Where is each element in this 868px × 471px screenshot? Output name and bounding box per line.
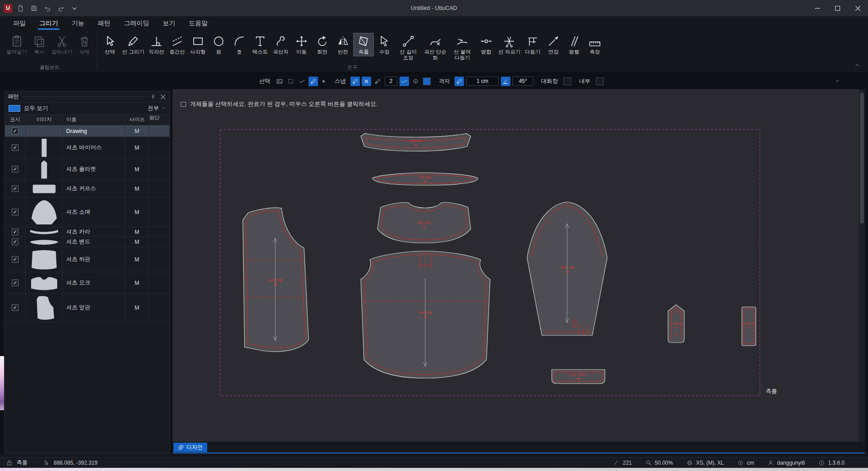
delete-button[interactable]: 삭제: [74, 33, 95, 56]
drawing-canvas[interactable]: 셔츠 카라 M 셔츠 밴드 M 셔츠 요크 M: [173, 89, 865, 453]
collapse-options-button[interactable]: [835, 78, 840, 85]
tool-rotate[interactable]: 회전: [312, 33, 332, 56]
visibility-checkbox[interactable]: ✓: [12, 229, 18, 235]
pin-panel-button[interactable]: [150, 93, 157, 101]
tool-move[interactable]: 이동: [291, 33, 312, 56]
tool-circle[interactable]: 원: [208, 33, 229, 56]
pattern-piece-yoke[interactable]: 셔츠 요크 M: [377, 202, 471, 243]
save-button[interactable]: [28, 3, 39, 14]
menu-draw[interactable]: 그리기: [32, 16, 65, 31]
snap-curve-button[interactable]: [400, 77, 409, 86]
tool-modify[interactable]: 수정: [374, 33, 395, 56]
new-file-button[interactable]: [15, 3, 26, 14]
menu-view[interactable]: 보기: [156, 16, 182, 31]
visibility-checkbox[interactable]: ✓: [12, 185, 18, 192]
tool-mirror[interactable]: 반전: [332, 33, 353, 56]
pattern-piece-front[interactable]: 셔츠 앞판 M: [243, 207, 309, 352]
pattern-row-band[interactable]: ✓ 셔츠 밴드 M: [5, 237, 169, 247]
tool-attach-trim[interactable]: 선 붙여 다듬기: [449, 33, 476, 62]
pattern-piece-bias[interactable]: 셔츠 바이어스 M: [741, 307, 757, 346]
snap-tolerance-input[interactable]: 2: [385, 77, 397, 86]
pattern-piece-sleeve[interactable]: 셔츠 소매 M: [527, 202, 607, 335]
zoom-indicator[interactable]: 50.00%: [645, 460, 673, 466]
tool-cut-line[interactable]: 선 자르기: [496, 33, 522, 56]
cut-button[interactable]: 잘라내기: [50, 33, 74, 56]
pattern-row-collar[interactable]: ✓ 셔츠 카라 M: [5, 227, 169, 237]
grid-pen-button[interactable]: [454, 77, 464, 86]
tool-french-curve[interactable]: 곡선자: [270, 33, 291, 56]
tool-line-length[interactable]: 선 길이 조정: [395, 33, 422, 62]
vertical-scrollbar[interactable]: [859, 89, 865, 442]
minimize-button[interactable]: [807, 0, 827, 16]
visibility-checkbox[interactable]: ✓: [12, 304, 18, 311]
grid-angle-input[interactable]: 45°: [513, 77, 533, 86]
menu-grading[interactable]: 그레이딩: [117, 16, 156, 31]
snap-extension-button[interactable]: [373, 77, 382, 86]
collapse-ribbon-button[interactable]: [854, 62, 860, 70]
pattern-piece-placket[interactable]: 셔츠 플라켓 M: [668, 305, 684, 343]
copy-button[interactable]: 복사: [29, 33, 50, 56]
undo-button[interactable]: [42, 3, 53, 14]
snap-intersection-button[interactable]: [362, 77, 371, 86]
grid-angle-button[interactable]: [501, 77, 510, 86]
tool-measure-region[interactable]: 측률: [353, 33, 374, 56]
visibility-checkbox[interactable]: ✓: [12, 238, 18, 245]
user-indicator[interactable]: danggunyi6: [768, 460, 805, 466]
tool-measure[interactable]: 측정: [584, 33, 605, 56]
marquee-select-button[interactable]: [286, 77, 295, 86]
tool-draw-line[interactable]: 선 그리기: [120, 33, 146, 56]
dialog-color-swatch[interactable]: [564, 78, 571, 85]
pattern-piece-band[interactable]: 셔츠 밴드 M: [373, 173, 478, 185]
sizes-indicator[interactable]: XS, (M), XL: [686, 460, 724, 466]
grid-size-input[interactable]: 1 cm: [466, 77, 499, 86]
menu-function[interactable]: 기능: [65, 16, 91, 31]
visibility-checkbox[interactable]: ✓: [12, 209, 18, 215]
paste-button[interactable]: 붙여넣기: [5, 33, 29, 56]
tool-arc[interactable]: 호: [229, 33, 250, 56]
tool-middle-line[interactable]: 중간선: [167, 33, 187, 56]
inner-color-swatch[interactable]: [596, 78, 604, 85]
tab-design[interactable]: 디자인: [173, 443, 207, 452]
pattern-piece-cuff[interactable]: 셔츠 커프스 M: [552, 370, 605, 384]
menu-help[interactable]: 도움말: [182, 16, 214, 31]
pattern-row-front[interactable]: ✓ 셔츠 앞판 M: [5, 294, 169, 322]
snap-point-button[interactable]: [411, 77, 420, 86]
snap-color-swatch[interactable]: [423, 78, 431, 85]
scrollbar-thumb[interactable]: [860, 93, 864, 224]
unit-indicator[interactable]: cm: [737, 460, 754, 466]
pattern-row-bias[interactable]: ✓ 셔츠 바이어스 M: [5, 137, 169, 159]
filter-dropdown[interactable]: 전부: [148, 105, 166, 112]
tool-select[interactable]: 선택: [100, 33, 120, 56]
pattern-row-drawing[interactable]: ✓ Drawing M: [5, 125, 169, 137]
pattern-row-sleeve[interactable]: ✓ 셔츠 소매 M: [5, 197, 169, 227]
pattern-row-back[interactable]: ✓ 셔츠 뒤판 M: [5, 247, 169, 272]
tool-rectangle[interactable]: 사각형: [187, 33, 208, 56]
visibility-checkbox[interactable]: ✓: [12, 256, 18, 263]
visibility-checkbox[interactable]: ✓: [12, 128, 18, 134]
tool-simplify-curve[interactable]: 곡선 단순화: [422, 33, 449, 62]
pattern-row-yoke[interactable]: ✓ 셔츠 요크 M: [5, 272, 169, 294]
quick-access-chevron-icon[interactable]: [69, 3, 80, 14]
pen-select-button[interactable]: [309, 77, 318, 86]
curve-select-button[interactable]: [297, 77, 307, 86]
pattern-row-placket[interactable]: ✓ 셔츠 플라켓 M: [5, 159, 169, 180]
close-panel-button[interactable]: [159, 93, 167, 101]
redo-button[interactable]: [55, 3, 66, 14]
visibility-checkbox[interactable]: ✓: [12, 144, 18, 151]
menu-pattern[interactable]: 패턴: [91, 16, 117, 31]
pattern-row-cuff[interactable]: ✓ 셔츠 커프스 M: [5, 180, 169, 197]
image-select-button[interactable]: [275, 77, 284, 86]
snap-line-button[interactable]: [350, 77, 360, 86]
tool-trim[interactable]: 다듬기: [522, 33, 543, 56]
tool-parallel[interactable]: 평행: [564, 33, 584, 56]
visibility-checkbox[interactable]: ✓: [12, 166, 18, 173]
pattern-piece-back[interactable]: 셔츠 뒤판 M: [361, 251, 490, 378]
close-button[interactable]: [848, 0, 868, 16]
visibility-checkbox[interactable]: ✓: [12, 279, 18, 286]
pattern-piece-collar[interactable]: 셔츠 카라 M: [361, 133, 471, 151]
maximize-button[interactable]: [827, 0, 848, 16]
tool-perpendicular-line[interactable]: 직각선: [146, 33, 167, 56]
show-all-toggle[interactable]: [9, 105, 20, 112]
tool-merge[interactable]: 병합: [476, 33, 496, 56]
tool-text[interactable]: 텍스트: [250, 33, 270, 56]
